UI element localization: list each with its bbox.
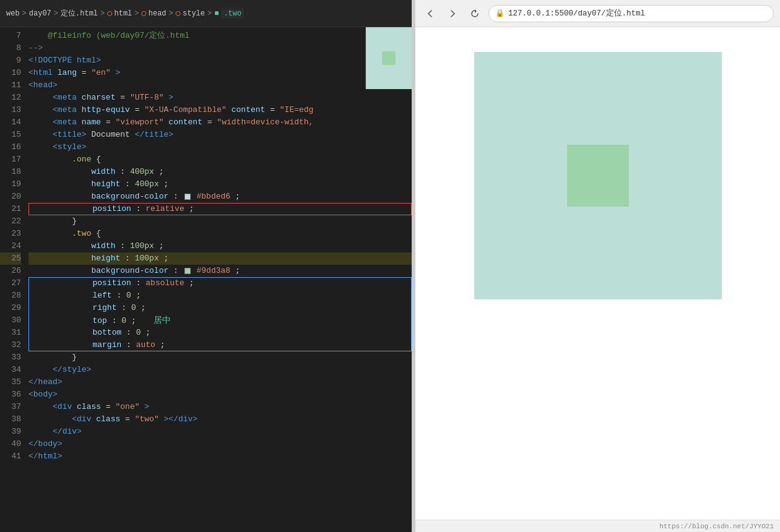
ln9: 9 <box>0 54 21 67</box>
code-text: ; <box>141 303 146 312</box>
code-text: ; <box>136 291 141 300</box>
code-text: = <box>120 93 125 102</box>
code-line-19: height : 400px ; <box>28 178 412 191</box>
ln13: 13 <box>0 104 21 116</box>
code-line-21: position : relative ; <box>28 203 412 215</box>
code-text <box>28 241 87 251</box>
code-text: http-equiv <box>82 105 130 114</box>
code-line-17: .one { <box>28 153 412 166</box>
code-text: relative <box>145 204 184 213</box>
ln19: 19 <box>0 178 21 191</box>
ln12: 12 <box>0 92 21 104</box>
code-line-27: position : absolute ; <box>30 277 410 290</box>
code-text: class <box>77 402 101 411</box>
code-text: .one <box>72 155 91 164</box>
mini-preview <box>365 27 412 89</box>
ln18: 18 <box>0 166 21 178</box>
code-line-8: --> <box>28 42 412 54</box>
code-text: = <box>125 414 130 424</box>
code-text: 400px <box>130 167 154 176</box>
breadcrumb-head-icon: ◯ <box>142 9 146 18</box>
code-text: ; <box>145 328 150 337</box>
page-content <box>415 27 780 520</box>
code-text: : <box>136 204 146 213</box>
mini-inner <box>382 51 396 65</box>
code-text: : <box>125 254 135 263</box>
code-text: 0 <box>136 328 141 337</box>
ln26: 26 <box>0 265 21 277</box>
code-line-31: bottom : 0 ; <box>30 327 410 339</box>
status-bar: https://blog.csdn.net/JYYO21 <box>415 520 780 532</box>
ln28: 28 <box>0 290 21 302</box>
sep2: > <box>54 9 58 18</box>
code-text: ; <box>235 192 240 201</box>
code-text: <meta <box>53 105 82 114</box>
breadcrumb-html[interactable]: html <box>114 9 132 18</box>
code-text: auto <box>136 340 155 350</box>
back-button[interactable] <box>422 5 439 22</box>
ln16: 16 <box>0 141 21 153</box>
code-text <box>28 427 48 436</box>
code-line-20: background-color : #bbded6 ; <box>28 191 412 203</box>
breadcrumb-file[interactable]: 定位.html <box>61 8 98 19</box>
code-text: "two" <box>135 414 159 424</box>
code-content[interactable]: @fileinfo (web/day07/定位.html --> <!DOCTY… <box>26 27 412 532</box>
code-text: ; <box>160 340 165 350</box>
code-text <box>28 365 48 374</box>
code-text: <title> <box>53 130 87 139</box>
code-text: : <box>121 303 131 312</box>
code-text <box>28 229 67 238</box>
code-text: Document <box>91 130 129 139</box>
code-line-13: <meta http-equiv = "X-UA-Compatible" con… <box>28 104 412 116</box>
code-text: <!DOCTYPE html> <box>28 56 101 65</box>
chinese-label: 居中 <box>154 315 171 325</box>
code-text: : <box>173 266 183 275</box>
sep4: > <box>134 9 139 18</box>
code-text: = <box>207 118 212 127</box>
code-text: } <box>72 217 77 226</box>
breadcrumb-html-icon: ◯ <box>107 9 111 18</box>
code-text: "en" <box>91 68 110 77</box>
address-bar[interactable]: 🔒 127.0.0.1:5500/day07/定位.html <box>488 5 774 22</box>
ln36: 36 <box>0 388 21 401</box>
code-text: height <box>91 179 120 189</box>
ln33: 33 <box>0 351 21 364</box>
code-text <box>28 414 67 424</box>
forward-button[interactable] <box>444 5 461 22</box>
code-text <box>28 105 48 114</box>
code-line-41: </html> <box>28 450 412 463</box>
code-text <box>28 192 87 201</box>
code-text: : <box>112 316 122 325</box>
ln8: 8 <box>0 42 21 54</box>
code-text: ; <box>189 204 194 213</box>
code-text: 100px <box>130 241 154 251</box>
sep6: > <box>207 9 212 18</box>
code-text: background-color <box>91 266 168 275</box>
breadcrumb-style[interactable]: style <box>183 9 205 18</box>
code-text <box>28 118 48 127</box>
back-icon <box>425 9 435 19</box>
forward-icon <box>448 9 457 19</box>
code-line-23: .two { <box>28 228 412 240</box>
breadcrumb-two[interactable]: .two <box>221 9 244 19</box>
code-text <box>28 130 48 139</box>
code-line-28: left : 0 ; <box>30 290 410 302</box>
refresh-button[interactable] <box>466 5 483 22</box>
breadcrumb-web[interactable]: web <box>6 9 20 18</box>
code-text <box>28 155 67 164</box>
code-text: content <box>168 118 202 127</box>
refresh-icon <box>470 9 480 19</box>
ln11: 11 <box>0 79 21 92</box>
url-text: 127.0.0.1:5500/day07/定位.html <box>508 8 645 19</box>
code-text: : <box>126 328 136 337</box>
code-text <box>30 291 88 300</box>
code-text: content <box>232 105 266 114</box>
code-text: "width=device-width, <box>217 118 313 127</box>
code-text: ; <box>159 241 164 251</box>
code-text: 100px <box>135 254 159 263</box>
breadcrumb-head[interactable]: head <box>149 9 167 18</box>
ln35: 35 <box>0 376 21 388</box>
code-text <box>28 217 67 226</box>
breadcrumb-day07[interactable]: day07 <box>29 9 51 18</box>
code-line-24: width : 100px ; <box>28 240 412 252</box>
